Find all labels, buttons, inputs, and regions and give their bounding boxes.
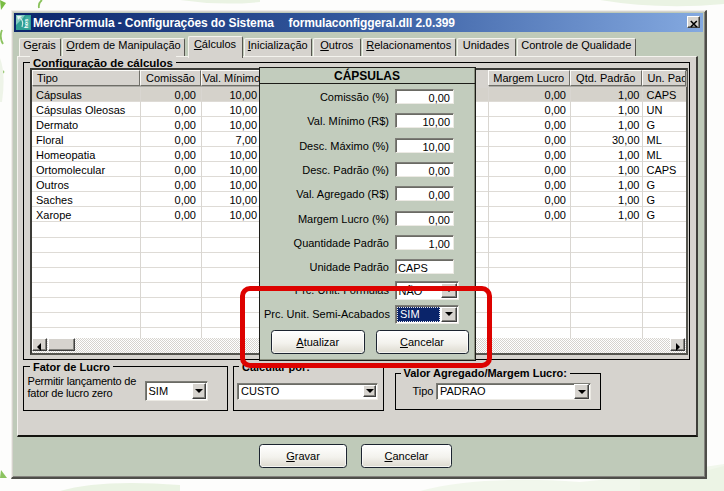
svg-text:hos: hos <box>23 19 29 29</box>
